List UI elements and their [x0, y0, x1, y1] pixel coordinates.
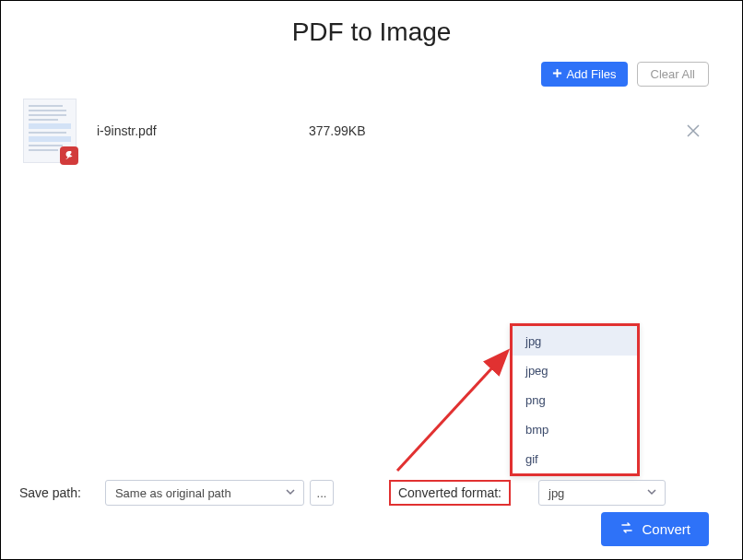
convert-icon	[619, 520, 634, 538]
format-option-gif[interactable]: gif	[513, 444, 637, 473]
clear-all-button[interactable]: Clear All	[637, 62, 709, 87]
converted-format-label: Converted format:	[389, 480, 511, 506]
plus-icon	[552, 67, 562, 81]
format-option-jpg[interactable]: jpg	[513, 326, 637, 356]
converted-format-select[interactable]: jpg	[538, 480, 666, 506]
page-title: PDF to Image	[292, 18, 452, 47]
chevron-down-icon	[646, 486, 657, 500]
format-option-bmp[interactable]: bmp	[513, 414, 637, 444]
svg-line-0	[397, 353, 506, 471]
remove-file-button[interactable]	[681, 119, 705, 143]
chevron-down-icon	[285, 486, 296, 500]
save-path-value: Same as original path	[115, 486, 231, 500]
convert-label: Convert	[642, 521, 690, 537]
converted-format-value: jpg	[548, 486, 564, 500]
file-row: i-9instr.pdf 377.99KB	[23, 98, 705, 164]
save-path-select[interactable]: Same as original path	[105, 480, 304, 506]
file-name: i-9instr.pdf	[97, 123, 309, 138]
file-thumbnail	[23, 99, 77, 163]
convert-button[interactable]: Convert	[601, 512, 709, 546]
pdf-badge-icon	[60, 146, 78, 165]
format-option-png[interactable]: png	[513, 385, 637, 414]
format-option-jpeg[interactable]: jpeg	[513, 356, 637, 385]
close-icon	[686, 123, 701, 138]
format-dropdown-popup: jpg jpeg png bmp gif	[510, 323, 640, 476]
save-path-label: Save path:	[19, 485, 81, 500]
add-files-label: Add Files	[566, 67, 616, 81]
file-size: 377.99KB	[309, 123, 681, 138]
add-files-button[interactable]: Add Files	[541, 62, 627, 87]
browse-path-button[interactable]: ...	[310, 480, 334, 506]
